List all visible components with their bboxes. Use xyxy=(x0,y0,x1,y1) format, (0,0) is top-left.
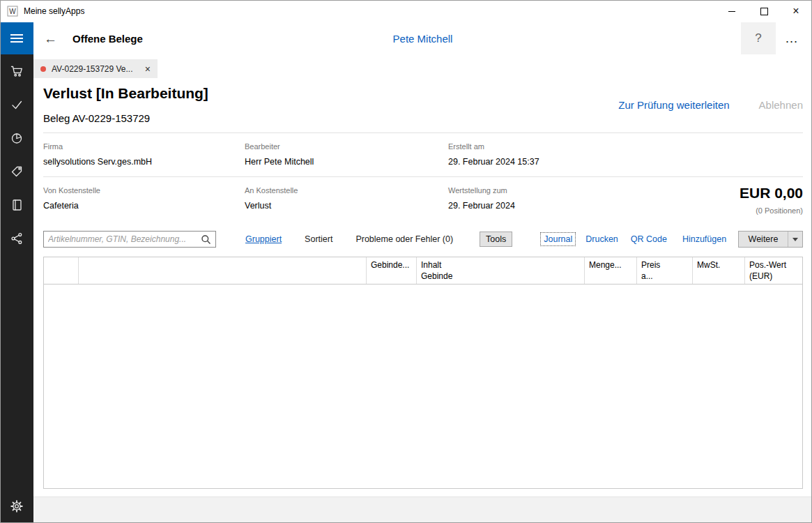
document-tab[interactable]: AV-0229-153729 Ve... × xyxy=(33,59,158,78)
qr-code-link[interactable]: QR Code xyxy=(631,234,667,244)
field-label: Erstellt am xyxy=(448,142,650,151)
column-header-preis: Preis a... xyxy=(637,257,693,284)
column-header-empty-1 xyxy=(44,257,79,284)
field-value: Cafeteria xyxy=(43,201,245,211)
tab-label: AV-0229-153729 Ve... xyxy=(52,64,133,74)
field-bearbeiter: Bearbeiter Herr Pete Mitchell xyxy=(245,142,448,167)
positions-table: Gebinde... Inhalt Gebinde Menge... Preis… xyxy=(43,257,803,489)
field-value: 29. Februar 2024 15:37 xyxy=(448,157,650,167)
print-link[interactable]: Drucken xyxy=(585,234,618,244)
unsaved-dot-icon xyxy=(40,66,46,72)
problems-toggle[interactable]: Probleme oder Fehler (0) xyxy=(355,234,453,244)
minimize-button[interactable] xyxy=(716,0,748,22)
hamburger-icon xyxy=(10,32,23,45)
field-wertstellung: Wertstellung zum 29. Februar 2024 xyxy=(448,186,650,211)
column-header-empty-2 xyxy=(79,257,367,284)
back-button[interactable]: ← xyxy=(44,32,57,45)
field-an-kostenstelle: An Kostenstelle Verlust xyxy=(245,186,448,211)
document-title: Verlust [In Bearbeitung] xyxy=(43,85,208,102)
sidebar-item-network[interactable] xyxy=(0,222,33,255)
info-row-2: Von Kostenstelle Cafeteria An Kostenstel… xyxy=(43,176,803,220)
more-actions-button[interactable]: Weitere xyxy=(738,231,803,248)
sidebar-item-tasks[interactable] xyxy=(0,88,33,121)
check-icon xyxy=(10,98,24,112)
forward-review-button[interactable]: Zur Prüfung weiterleiten xyxy=(618,99,729,111)
book-icon xyxy=(10,198,24,212)
sidebar-item-cart[interactable] xyxy=(0,54,33,88)
document-number: Beleg AV-0229-153729 xyxy=(43,112,150,124)
column-header-pos-wert: Pos.-Wert (EUR) xyxy=(745,257,802,284)
info-row-1: Firma sellysolutions Serv.ges.mbH Bearbe… xyxy=(43,132,803,176)
field-firma: Firma sellysolutions Serv.ges.mbH xyxy=(43,142,245,167)
field-label: Wertstellung zum xyxy=(448,186,650,195)
field-value: Herr Pete Mitchell xyxy=(245,157,448,167)
maximize-button[interactable] xyxy=(748,0,780,22)
window-title: Meine sellyApps xyxy=(24,6,84,16)
table-header-row: Gebinde... Inhalt Gebinde Menge... Preis… xyxy=(44,257,802,285)
more-actions-label: Weitere xyxy=(739,234,788,244)
sidebar-settings-button[interactable] xyxy=(0,490,33,523)
titlebar: W Meine sellyApps × xyxy=(0,0,812,22)
tools-button[interactable]: Tools xyxy=(480,232,512,247)
column-header-mwst: MwSt. xyxy=(693,257,745,284)
field-label: An Kostenstelle xyxy=(245,186,448,195)
tab-close-button[interactable]: × xyxy=(139,63,151,75)
field-value: sellysolutions Serv.ges.mbH xyxy=(43,157,245,167)
journal-link[interactable]: Journal xyxy=(540,232,576,246)
column-header-inhalt-gebinde: Inhalt Gebinde xyxy=(417,257,585,284)
more-options-button[interactable]: … xyxy=(776,22,808,54)
tag-icon xyxy=(10,165,24,179)
article-search[interactable] xyxy=(43,231,216,248)
app-icon: W xyxy=(7,6,18,17)
field-von-kostenstelle: Von Kostenstelle Cafeteria xyxy=(43,186,245,211)
close-button[interactable]: × xyxy=(780,0,812,22)
svg-text:W: W xyxy=(9,8,16,15)
reject-button: Ablehnen xyxy=(759,99,803,111)
field-value: Verlust xyxy=(245,201,448,211)
user-name-link[interactable]: Pete Mitchell xyxy=(393,33,453,45)
gear-icon xyxy=(10,499,24,513)
table-body-empty xyxy=(44,285,802,489)
field-label: Von Kostenstelle xyxy=(43,186,245,195)
document-total: EUR 0,00 (0 Positionen) xyxy=(740,185,803,215)
window-controls: × xyxy=(716,0,812,22)
search-icon xyxy=(201,234,215,245)
field-label: Bearbeiter xyxy=(245,142,448,151)
total-amount: EUR 0,00 xyxy=(740,185,803,202)
positions-toolbar: Gruppiert Sortiert Probleme oder Fehler … xyxy=(43,230,803,248)
document-actions: Zur Prüfung weiterleiten Ablehnen xyxy=(618,99,803,111)
field-value: 29. Februar 2024 xyxy=(448,201,650,211)
sidebar-item-statistics[interactable] xyxy=(0,121,33,155)
column-header-gebinde: Gebinde... xyxy=(367,257,417,284)
search-input[interactable] xyxy=(44,234,201,244)
maximize-icon xyxy=(760,8,768,15)
document-info: Firma sellysolutions Serv.ges.mbH Bearbe… xyxy=(43,132,803,220)
nav-menu-button[interactable] xyxy=(0,22,33,54)
field-label: Firma xyxy=(43,142,245,151)
chevron-down-icon xyxy=(788,232,802,247)
add-link[interactable]: Hinzufügen xyxy=(682,234,726,244)
field-erstellt-am: Erstellt am 29. Februar 2024 15:37 xyxy=(448,142,650,167)
cart-icon xyxy=(10,64,24,78)
share-icon xyxy=(10,232,24,245)
footer-bar xyxy=(33,497,812,523)
column-header-menge: Menge... xyxy=(585,257,637,284)
help-button[interactable]: ? xyxy=(741,22,776,54)
app-header: ← Offene Belege Pete Mitchell ? … xyxy=(0,22,812,54)
pie-chart-icon xyxy=(10,131,24,145)
grouped-toggle[interactable]: Gruppiert xyxy=(245,234,282,244)
sidebar-nav xyxy=(0,54,33,523)
main-content: AV-0229-153729 Ve... × Verlust [In Bearb… xyxy=(33,54,812,523)
sorted-toggle[interactable]: Sortiert xyxy=(305,234,332,244)
minimize-icon xyxy=(728,11,735,12)
page-title: Offene Belege xyxy=(72,33,143,45)
sidebar-item-journal[interactable] xyxy=(0,188,33,222)
positions-count: (0 Positionen) xyxy=(740,206,803,215)
sidebar-item-pricing[interactable] xyxy=(0,155,33,188)
